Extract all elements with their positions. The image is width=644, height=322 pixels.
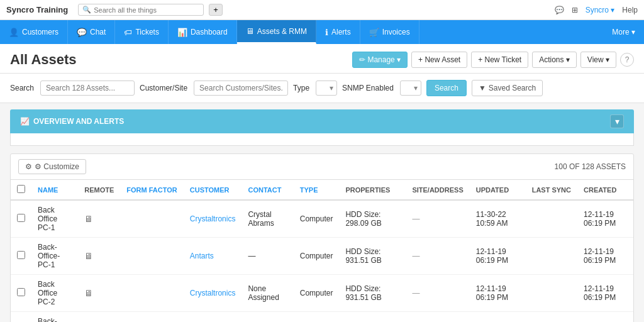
customize-label: ⚙ Customize — [35, 162, 79, 171]
cell-created-3: 12-11-19 06:19 PM — [577, 312, 633, 323]
cell-customer-1: Antarts — [184, 238, 242, 275]
customer-site-input[interactable] — [194, 80, 288, 96]
select-all-checkbox[interactable] — [17, 185, 25, 193]
cell-last-sync-3 — [526, 312, 577, 323]
nav-assets-rmm[interactable]: 🖥 Assets & RMM — [237, 20, 316, 44]
cell-name-2: Back Office PC-2 — [31, 275, 78, 312]
monitor-icon: 🖥 — [84, 251, 93, 261]
nav-tickets[interactable]: 🏷 Tickets — [115, 20, 169, 44]
col-customer: CUSTOMER — [190, 186, 230, 194]
cell-contact-0: Crystal Abrams — [242, 200, 293, 238]
account-menu[interactable]: Syncro ▾ — [586, 6, 615, 14]
col-name: NAME — [38, 186, 58, 194]
invoices-icon: 🛒 — [369, 28, 379, 37]
row-checkbox-2[interactable] — [17, 288, 25, 296]
col-created: CREATED — [584, 186, 616, 194]
cell-name-1: Back-Office-PC-1 — [31, 238, 78, 275]
customer-site-label: Customer/Site — [140, 84, 187, 92]
cell-properties-0: HDD Size: 298.09 GB — [339, 200, 406, 238]
col-last-sync: LAST SYNC — [532, 186, 571, 194]
cell-contact-3: — — [242, 312, 293, 323]
cell-last-sync-0 — [526, 200, 577, 238]
chat-icon: 💬 — [77, 28, 87, 37]
row-checkbox-1[interactable] — [17, 251, 25, 259]
cell-created-2: 12-11-19 06:19 PM — [577, 275, 633, 312]
col-type: TYPE — [300, 186, 318, 194]
new-ticket-button[interactable]: + New Ticket — [471, 52, 528, 68]
grid-icon[interactable]: ⊞ — [572, 6, 578, 14]
nav-customers[interactable]: 👤 Customers — [0, 20, 68, 44]
cell-updated-0: 11-30-22 10:59 AM — [470, 200, 526, 238]
nav-chat-label: Chat — [90, 28, 106, 36]
nav-invoices-label: Invoices — [382, 28, 410, 36]
search-input[interactable] — [40, 80, 135, 96]
view-button[interactable]: View ▾ — [580, 52, 616, 68]
chart-icon: 📈 — [20, 117, 30, 126]
overview-collapse-button[interactable]: ▾ — [610, 114, 624, 128]
snmp-select[interactable] — [400, 80, 421, 96]
row-checkbox-0[interactable] — [17, 214, 25, 222]
nav-bar: 👤 Customers 💬 Chat 🏷 Tickets 📊 Dashboard… — [0, 20, 644, 44]
nav-customers-label: Customers — [22, 28, 58, 36]
cell-contact-1: — — [242, 238, 293, 275]
top-search-box[interactable]: 🔍 — [78, 4, 204, 16]
cell-form-factor-0 — [120, 200, 183, 238]
cell-last-sync-1 — [526, 238, 577, 275]
assets-table-section: ⚙ ⚙ Customize 100 OF 128 ASSETS NAME REM… — [10, 153, 634, 322]
overview-content — [10, 133, 634, 146]
col-properties: PROPERTIES — [345, 186, 390, 194]
table-row: Back Office PC-2🖥CrystaltronicsNone Assi… — [11, 275, 633, 312]
cell-remote-2: 🖥 — [78, 275, 120, 312]
cell-properties-3: HDD Size: 465.76 GB — [339, 312, 406, 323]
cell-updated-1: 12-11-19 06:19 PM — [470, 238, 526, 275]
cell-type-1: Computer — [294, 238, 340, 275]
new-asset-button[interactable]: + New Asset — [411, 52, 467, 68]
cell-remote-3: 🖥 — [78, 312, 120, 323]
nav-alerts[interactable]: ℹ Alerts — [316, 20, 360, 44]
col-site-address: SITE/ADDRESS — [412, 186, 463, 194]
customer-link-2[interactable]: Crystaltronics — [190, 289, 236, 297]
type-select[interactable] — [316, 80, 337, 96]
nav-alerts-label: Alerts — [331, 28, 351, 36]
nav-assets-label: Assets & RMM — [257, 27, 307, 36]
message-icon[interactable]: 💬 — [555, 6, 564, 14]
col-form-factor: FORM FACTOR — [126, 186, 177, 194]
nav-invoices[interactable]: 🛒 Invoices — [360, 20, 419, 44]
cell-name-3: Back-Office-PC-2 — [31, 312, 78, 323]
cell-type-2: Computer — [294, 275, 340, 312]
cell-customer-0: Crystaltronics — [184, 200, 242, 238]
cell-remote-1: 🖥 — [78, 238, 120, 275]
top-search-input[interactable] — [94, 6, 194, 14]
cell-customer-2: Crystaltronics — [184, 275, 242, 312]
cell-last-sync-2 — [526, 275, 577, 312]
search-label: Search — [10, 84, 34, 92]
cell-remote-0: 🖥 — [78, 200, 120, 238]
customer-link-1[interactable]: Antarts — [190, 252, 214, 260]
cell-form-factor-1 — [120, 238, 183, 275]
nav-tickets-label: Tickets — [135, 28, 159, 36]
new-tab-button[interactable]: + — [209, 4, 223, 16]
cell-properties-2: HDD Size: 931.51 GB — [339, 275, 406, 312]
logo: Syncro Training — [6, 5, 68, 14]
nav-chat[interactable]: 💬 Chat — [68, 20, 115, 44]
nav-dashboard[interactable]: 📊 Dashboard — [169, 20, 237, 44]
filter-icon: ▼ — [479, 84, 486, 92]
overview-bar: 📈 OVERVIEW AND ALERTS ▾ — [10, 109, 634, 133]
customize-button[interactable]: ⚙ ⚙ Customize — [18, 159, 86, 174]
help-button[interactable]: ? — [620, 53, 634, 67]
tickets-icon: 🏷 — [124, 28, 132, 37]
cell-name-0: Back Office PC-1 — [31, 200, 78, 238]
table-row: Back-Office-PC-2🖥Antarts—ComputerHDD Siz… — [11, 312, 633, 323]
actions-button[interactable]: Actions ▾ — [532, 52, 577, 68]
customer-link-0[interactable]: Crystaltronics — [190, 214, 236, 223]
gear-icon: ⚙ — [25, 162, 32, 171]
manage-button[interactable]: ✏ Manage ▾ — [352, 52, 408, 68]
cell-form-factor-3 — [120, 312, 183, 323]
table-row: Back Office PC-1🖥CrystaltronicsCrystal A… — [11, 200, 633, 238]
help-link[interactable]: Help — [622, 6, 638, 14]
saved-search-button[interactable]: ▼ Saved Search — [472, 80, 543, 96]
cell-created-0: 12-11-19 06:19 PM — [577, 200, 633, 238]
nav-more[interactable]: More ▾ — [603, 20, 644, 44]
search-button[interactable]: Search — [426, 80, 467, 96]
cell-type-0: Computer — [294, 200, 340, 238]
